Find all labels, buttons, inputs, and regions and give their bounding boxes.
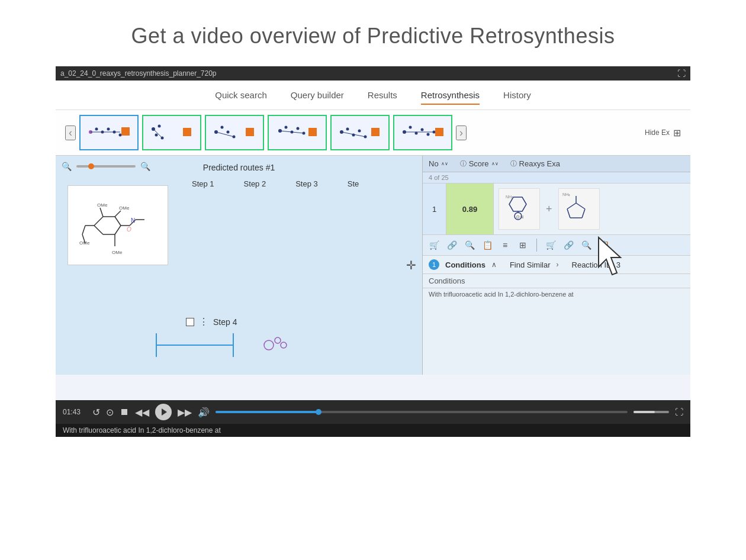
copy-icon-2[interactable]: 📋 — [597, 239, 610, 252]
stop-button[interactable]: ⏹ — [120, 407, 129, 417]
route-thumb-2[interactable] — [142, 115, 201, 150]
progress-dot — [316, 409, 321, 415]
svg-line-51 — [82, 226, 85, 234]
svg-text:N: N — [520, 215, 523, 219]
search-icon-2[interactable]: 🔍 — [580, 239, 593, 252]
col-no-label: No — [429, 159, 439, 168]
svg-text:NH₂: NH₂ — [562, 192, 570, 197]
col-no-sort[interactable]: ∧∨ — [441, 162, 448, 166]
copy-icon-1[interactable]: 📋 — [481, 239, 494, 252]
step4-text: Step 4 — [213, 317, 237, 327]
page-title: Get a video overview of Predictive Retro… — [0, 0, 746, 66]
svg-line-42 — [94, 217, 103, 226]
result-number: 1 — [423, 184, 446, 234]
cart-icon-1[interactable]: 🛒 — [427, 239, 440, 252]
conditions-chevron-icon[interactable]: ∧ — [491, 260, 497, 269]
routes-next-button[interactable]: › — [456, 125, 467, 140]
molecule-image: O N OMe OMe OMe OMe — [67, 185, 168, 265]
svg-text:O: O — [516, 215, 520, 219]
col-score-label: Score — [469, 159, 489, 168]
tab-quick-search[interactable]: Quick search — [215, 90, 267, 105]
cart-icon-2[interactable]: 🛒 — [544, 239, 557, 252]
molecule-result-1: O N NH₂ — [499, 188, 540, 230]
tab-retrosynthesis[interactable]: Retrosynthesis — [421, 90, 480, 105]
list-icon-1[interactable]: ≡ — [499, 239, 512, 252]
svg-text:O: O — [127, 226, 131, 233]
reaction-id-text: Reaction ID: 3 — [572, 260, 620, 269]
tab-history[interactable]: History — [503, 90, 531, 105]
svg-rect-7 — [121, 127, 130, 136]
volume-slider[interactable] — [634, 411, 669, 413]
find-similar-container: Find Similar — [510, 260, 551, 269]
route-thumb-4[interactable] — [268, 115, 327, 150]
play-icon — [162, 408, 167, 416]
svg-line-18 — [216, 132, 234, 137]
svg-line-48 — [100, 208, 103, 217]
forward-button[interactable]: ▶▶ — [178, 407, 192, 418]
video-content: Quick search Query builder Results Retro… — [56, 81, 690, 400]
svg-text:N: N — [131, 217, 135, 224]
results-header: No ∧∨ ⓘ Score ∧∨ ⓘ Reaxys Exa — [423, 156, 690, 172]
route-thumb-1[interactable] — [79, 115, 139, 150]
route-thumb-6[interactable] — [393, 115, 452, 150]
tab-query-builder[interactable]: Query builder — [291, 90, 344, 105]
svg-text:OMe: OMe — [79, 240, 90, 246]
svg-line-75 — [567, 203, 576, 209]
replay-button[interactable]: ↺ — [92, 407, 100, 418]
step4-label-header: Ste — [348, 179, 359, 188]
volume-button[interactable]: 🔊 — [198, 407, 210, 418]
route-thumb-3[interactable] — [205, 115, 264, 150]
svg-line-76 — [576, 203, 585, 209]
find-similar-chevron[interactable]: › — [557, 260, 559, 269]
svg-text:NH₂: NH₂ — [506, 195, 513, 199]
fullscreen-button[interactable]: ⛶ — [675, 407, 683, 417]
routes-prev-button[interactable]: ‹ — [65, 125, 76, 140]
zoom-controls: 🔍 🔍 — [62, 162, 150, 171]
video-controls: 01:43 ↺ ⊙ ⏹ ◀◀ ▶▶ 🔊 ⛶ — [56, 400, 690, 424]
fullscreen-icon[interactable]: ⛶ — [677, 69, 686, 78]
svg-point-15 — [221, 126, 224, 129]
hide-expand-button[interactable]: Hide Ex — [645, 128, 670, 137]
time-display: 01:43 — [63, 408, 86, 416]
svg-point-37 — [421, 128, 424, 131]
connection-area — [150, 327, 316, 363]
progress-bar[interactable] — [216, 411, 628, 413]
link-icon-1[interactable]: 🔗 — [445, 239, 458, 252]
video-filename: a_02_24_0_reaxys_retrosynthesis_planner_… — [60, 69, 217, 78]
svg-line-77 — [582, 209, 585, 218]
grid-icon-1[interactable]: ⊞ — [516, 239, 529, 252]
svg-point-67 — [275, 337, 281, 343]
reaxys-info-icon: ⓘ — [510, 159, 517, 168]
rewind-button[interactable]: ◀◀ — [135, 407, 149, 418]
svg-point-68 — [281, 342, 287, 348]
svg-line-79 — [567, 209, 570, 218]
zoom-in-icon[interactable]: 🔍 — [140, 162, 150, 171]
svg-point-35 — [409, 126, 412, 129]
play-button[interactable] — [155, 404, 172, 420]
col-score-sort[interactable]: ∧∨ — [491, 162, 499, 166]
molecule-result-2: NH₂ — [558, 188, 600, 230]
loop-button[interactable]: ⊙ — [106, 407, 114, 418]
conditions-label-text[interactable]: Conditions — [445, 260, 485, 269]
video-container: a_02_24_0_reaxys_retrosynthesis_planner_… — [56, 66, 690, 437]
conditions-description: With trifluoroacetic acid In 1,2-dichlor… — [423, 288, 690, 300]
link-icon-2[interactable]: 🔗 — [562, 239, 575, 252]
zoom-out-icon[interactable]: 🔍 — [62, 162, 72, 171]
route-thumb-5[interactable] — [330, 115, 390, 150]
progress-fill — [216, 411, 319, 413]
right-panel: No ∧∨ ⓘ Score ∧∨ ⓘ Reaxys Exa — [423, 156, 690, 375]
zoom-slider[interactable] — [76, 165, 136, 168]
find-similar-text[interactable]: Find Similar — [510, 260, 551, 269]
tab-results[interactable]: Results — [368, 90, 397, 105]
search-icon-1[interactable]: 🔍 — [463, 239, 476, 252]
svg-point-21 — [285, 126, 288, 129]
svg-point-1 — [95, 128, 98, 131]
routes-strip: ‹ — [56, 110, 690, 156]
add-icon[interactable]: ✛ — [406, 258, 416, 272]
col-reaxys: ⓘ Reaxys Exa — [510, 159, 560, 168]
progress-area — [216, 411, 628, 413]
svg-point-5 — [119, 134, 122, 137]
step-checkbox[interactable] — [186, 318, 194, 326]
svg-point-3 — [107, 128, 110, 131]
col-score: ⓘ Score ∧∨ — [460, 159, 499, 168]
